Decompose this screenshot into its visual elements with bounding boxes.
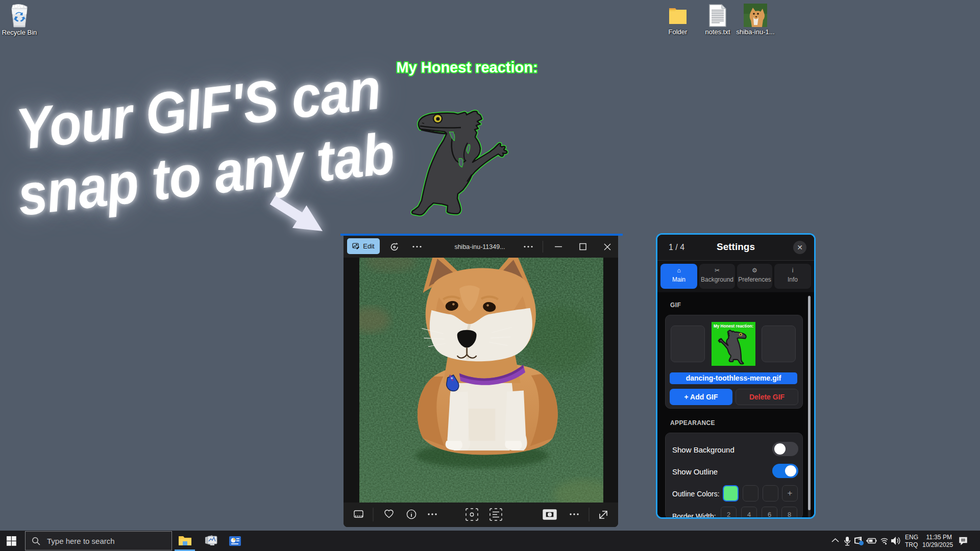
svg-text:My Honest reaction:: My Honest reaction:	[396, 59, 537, 76]
svg-text:My Honest reaction:: My Honest reaction:	[714, 324, 753, 329]
